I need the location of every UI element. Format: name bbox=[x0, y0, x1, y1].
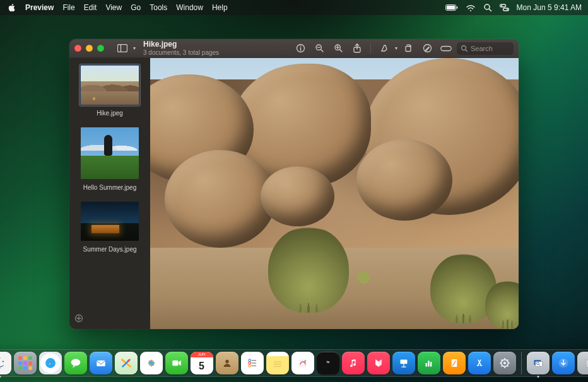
svg-rect-25 bbox=[441, 46, 451, 50]
menu-edit[interactable]: Edit bbox=[84, 3, 97, 12]
spotlight-icon[interactable] bbox=[483, 3, 492, 12]
thumbnail-hike[interactable]: Hike.jpeg bbox=[74, 64, 145, 117]
svg-rect-7 bbox=[503, 8, 509, 11]
titlebar[interactable]: ▾ Hike.jpeg 3 documents, 3 total pages bbox=[69, 39, 519, 58]
crop-redact-button[interactable] bbox=[438, 42, 454, 55]
zoom-out-button[interactable] bbox=[311, 42, 327, 55]
menu-file[interactable]: File bbox=[62, 3, 74, 12]
dock-photos[interactable] bbox=[140, 352, 163, 374]
dock-launchpad[interactable] bbox=[14, 352, 37, 374]
dock-calendar[interactable]: JUN 5 bbox=[191, 352, 213, 374]
svg-marker-58 bbox=[379, 359, 382, 367]
dropdown-chevron-icon[interactable]: ▾ bbox=[395, 45, 397, 51]
dock-appstore[interactable] bbox=[468, 352, 491, 374]
dock-notes[interactable] bbox=[266, 352, 289, 374]
svg-rect-63 bbox=[428, 361, 429, 366]
svg-line-18 bbox=[339, 49, 342, 52]
menu-help[interactable]: Help bbox=[212, 3, 228, 12]
svg-point-49 bbox=[248, 364, 250, 367]
preview-window: ▾ Hike.jpeg 3 documents, 3 total pages bbox=[69, 39, 519, 329]
thumbnail-image bbox=[79, 64, 140, 106]
dock-maps[interactable] bbox=[115, 352, 138, 374]
svg-rect-1 bbox=[446, 5, 455, 9]
menubar-clock[interactable]: Mon Jun 5 9:41 AM bbox=[517, 3, 582, 12]
markup-button[interactable] bbox=[419, 42, 435, 55]
dock-news[interactable] bbox=[367, 352, 390, 374]
svg-rect-5 bbox=[500, 4, 505, 7]
dock-music[interactable] bbox=[342, 352, 365, 374]
svg-marker-57 bbox=[375, 359, 379, 367]
dock-facetime[interactable] bbox=[165, 352, 188, 374]
svg-rect-36 bbox=[97, 361, 105, 366]
dock-reminders[interactable] bbox=[241, 352, 264, 374]
thumbnail-label: Hello Summer.jpeg bbox=[83, 184, 136, 192]
svg-point-13 bbox=[300, 45, 301, 47]
thumbnail-summer-days[interactable]: Summer Days.jpeg bbox=[74, 200, 145, 253]
search-input[interactable] bbox=[471, 45, 509, 52]
svg-line-4 bbox=[489, 9, 491, 11]
share-button[interactable] bbox=[349, 42, 365, 55]
svg-marker-43 bbox=[179, 361, 181, 366]
svg-point-67 bbox=[503, 362, 505, 364]
dock-numbers[interactable] bbox=[418, 352, 440, 374]
image-canvas[interactable] bbox=[150, 58, 519, 329]
battery-icon[interactable] bbox=[445, 4, 458, 11]
dock-preview[interactable] bbox=[527, 352, 550, 374]
dock-safari[interactable] bbox=[39, 352, 62, 374]
svg-rect-64 bbox=[430, 362, 431, 366]
dock-mail[interactable] bbox=[90, 352, 112, 374]
dock-freeform[interactable] bbox=[291, 352, 314, 374]
minimize-button[interactable] bbox=[86, 45, 93, 52]
highlight-button[interactable] bbox=[376, 42, 392, 55]
svg-line-27 bbox=[466, 49, 467, 51]
svg-rect-9 bbox=[118, 45, 127, 52]
thumbnail-hello-summer[interactable]: Hello Summer.jpeg bbox=[74, 126, 145, 192]
info-button[interactable] bbox=[292, 42, 309, 55]
close-button[interactable] bbox=[74, 45, 81, 52]
fullscreen-button[interactable] bbox=[97, 45, 104, 52]
chevron-down-icon[interactable]: ▾ bbox=[133, 45, 136, 51]
window-title-stack: Hike.jpeg 3 documents, 3 total pages bbox=[143, 40, 232, 55]
menubar: Preview File Edit View Go Tools Window H… bbox=[0, 0, 588, 15]
toolbar-search[interactable] bbox=[457, 42, 514, 55]
thumbnail-label: Summer Days.jpeg bbox=[83, 246, 136, 253]
apple-menu[interactable] bbox=[8, 3, 16, 12]
menu-tools[interactable]: Tools bbox=[150, 3, 167, 12]
dock-separator bbox=[521, 352, 522, 374]
menu-view[interactable]: View bbox=[105, 3, 122, 12]
wifi-icon[interactable] bbox=[466, 4, 476, 11]
sidebar-add-button[interactable] bbox=[74, 314, 83, 325]
svg-point-37 bbox=[127, 360, 129, 362]
main-image bbox=[150, 58, 519, 329]
dock-trash[interactable] bbox=[577, 352, 589, 374]
svg-rect-59 bbox=[400, 360, 407, 364]
dock-settings[interactable] bbox=[493, 352, 516, 374]
rotate-button[interactable] bbox=[400, 42, 416, 55]
calendar-day: 5 bbox=[199, 357, 204, 374]
dock-pages[interactable] bbox=[443, 352, 466, 374]
dock-finder[interactable] bbox=[0, 352, 11, 374]
control-center-icon[interactable] bbox=[500, 4, 509, 11]
menu-window[interactable]: Window bbox=[176, 3, 203, 12]
dock-keynote[interactable] bbox=[392, 352, 415, 374]
dock-tv[interactable]: tv bbox=[317, 352, 339, 374]
svg-point-45 bbox=[248, 359, 250, 362]
dock-downloads[interactable] bbox=[552, 352, 575, 374]
sidebar: Hike.jpeg Hello Summer.jpeg Summer Days.… bbox=[69, 58, 150, 329]
dock-contacts[interactable] bbox=[216, 352, 238, 374]
sidebar-view-button[interactable] bbox=[114, 42, 131, 55]
dock: JUN 5 tv bbox=[0, 349, 588, 377]
window-subtitle: 3 documents, 3 total pages bbox=[143, 49, 232, 56]
svg-point-44 bbox=[225, 360, 229, 364]
svg-rect-23 bbox=[406, 47, 411, 52]
svg-rect-82 bbox=[585, 360, 588, 361]
thumbnail-label: Hike.jpeg bbox=[97, 110, 123, 117]
menu-go[interactable]: Go bbox=[131, 3, 141, 12]
svg-line-74 bbox=[507, 360, 508, 361]
thumbnail-image bbox=[79, 200, 140, 242]
menu-app-name[interactable]: Preview bbox=[25, 3, 54, 12]
zoom-in-button[interactable] bbox=[330, 42, 346, 55]
svg-rect-42 bbox=[172, 361, 178, 366]
svg-line-73 bbox=[507, 366, 508, 367]
dock-messages[interactable] bbox=[64, 352, 87, 374]
